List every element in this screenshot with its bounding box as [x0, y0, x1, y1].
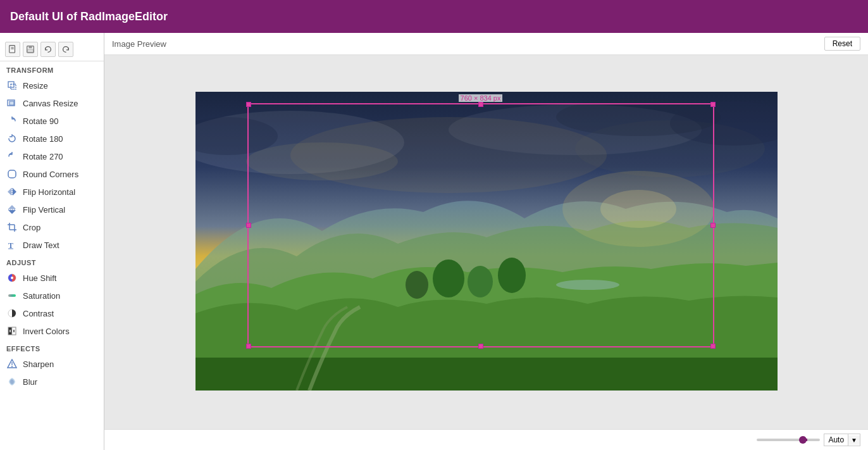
flip-vertical-label: Flip Vertical — [23, 205, 65, 215]
svg-marker-16 — [8, 210, 16, 214]
image-canvas: 760 × 834 px — [104, 55, 868, 429]
rotate-180-icon — [6, 133, 18, 144]
invert-colors-label: Invert Colors — [23, 327, 70, 336]
reset-button[interactable]: Reset — [824, 37, 860, 51]
sidebar-item-rotate-180[interactable]: Rotate 180 — [0, 130, 104, 147]
crop-icon — [6, 222, 18, 233]
new-icon — [8, 45, 17, 54]
rotate-90-icon — [6, 115, 18, 127]
contrast-icon — [6, 308, 18, 319]
svg-rect-5 — [28, 49, 34, 52]
sidebar-item-flip-horizontal[interactable]: Flip Horizontal — [0, 183, 104, 201]
draw-text-icon: T — [6, 239, 18, 251]
toolbar — [0, 38, 104, 61]
flip-horizontal-icon — [6, 186, 18, 197]
resize-icon — [6, 80, 18, 91]
svg-point-35 — [11, 366, 13, 367]
resize-label: Resize — [23, 81, 48, 91]
blur-icon — [6, 376, 18, 387]
sidebar-item-resize[interactable]: Resize — [0, 77, 104, 94]
landscape-image — [195, 92, 778, 391]
svg-point-49 — [406, 271, 428, 299]
svg-point-40 — [246, 142, 398, 180]
svg-point-25 — [11, 277, 13, 279]
effects-section-label: EFFECTS — [0, 340, 104, 355]
svg-marker-15 — [8, 205, 16, 209]
blur-label: Blur — [23, 377, 37, 387]
svg-rect-9 — [9, 101, 14, 105]
zoom-slider[interactable] — [757, 439, 820, 441]
redo-button[interactable] — [58, 42, 73, 57]
save-icon — [26, 45, 35, 54]
sidebar: TRANSFORM Resize Canvas Resize Rotate 90… — [0, 33, 104, 450]
canvas-resize-icon — [6, 97, 18, 109]
sidebar-item-saturation[interactable]: Saturation — [0, 287, 104, 304]
svg-point-44 — [556, 98, 721, 136]
sidebar-item-flip-vertical[interactable]: Flip Vertical — [0, 201, 104, 218]
zoom-select-box: Auto ▼ — [824, 434, 860, 446]
undo-button[interactable] — [40, 42, 56, 57]
hue-shift-icon — [6, 272, 18, 284]
zoom-dropdown-arrow[interactable]: ▼ — [848, 435, 860, 445]
sidebar-item-blur[interactable]: Blur — [0, 373, 104, 391]
undo-icon — [44, 45, 53, 54]
round-corners-icon — [6, 168, 18, 180]
rotate-180-label: Rotate 180 — [23, 134, 63, 144]
app-title: Default UI of RadImageEditor — [10, 10, 168, 23]
adjust-section-label: ADJUST — [0, 254, 104, 269]
sharpen-label: Sharpen — [23, 359, 54, 369]
transform-section-label: TRANSFORM — [0, 61, 104, 77]
contrast-label: Contrast — [23, 309, 54, 318]
svg-rect-11 — [8, 170, 16, 178]
rotate-90-label: Rotate 90 — [23, 116, 58, 126]
new-button[interactable] — [5, 42, 20, 57]
save-button[interactable] — [23, 42, 38, 57]
rotate-270-label: Rotate 270 — [23, 152, 63, 161]
sidebar-item-draw-text[interactable]: T Draw Text — [0, 236, 104, 254]
zoom-slider-thumb — [799, 436, 807, 444]
svg-point-48 — [498, 258, 526, 293]
svg-point-46 — [433, 259, 464, 297]
status-bar: Auto ▼ — [104, 429, 868, 450]
image-wrapper: 760 × 834 px — [195, 92, 778, 392]
sidebar-item-rotate-90[interactable]: Rotate 90 — [0, 112, 104, 130]
draw-text-label: Draw Text — [23, 241, 59, 250]
title-bar: Default UI of RadImageEditor — [0, 0, 868, 33]
svg-marker-12 — [8, 188, 11, 196]
sidebar-item-canvas-resize[interactable]: Canvas Resize — [0, 94, 104, 112]
zoom-value: Auto — [824, 434, 848, 446]
image-preview-header: Image Preview Reset — [104, 33, 868, 55]
content-area: Image Preview Reset — [104, 33, 868, 450]
invert-colors-icon — [6, 325, 18, 337]
saturation-icon — [6, 290, 18, 301]
main-container: TRANSFORM Resize Canvas Resize Rotate 90… — [0, 33, 868, 450]
sidebar-item-sharpen[interactable]: Sharpen — [0, 355, 104, 373]
sidebar-item-round-corners[interactable]: Round Corners — [0, 165, 104, 183]
image-preview-label: Image Preview — [112, 39, 166, 49]
svg-point-52 — [600, 190, 676, 228]
svg-point-50 — [556, 280, 619, 290]
flip-vertical-icon — [6, 204, 18, 215]
crop-label: Crop — [23, 223, 40, 232]
sidebar-item-hue-shift[interactable]: Hue Shift — [0, 269, 104, 287]
sidebar-item-crop[interactable]: Crop — [0, 218, 104, 236]
sharpen-icon — [6, 358, 18, 370]
sidebar-item-invert-colors[interactable]: Invert Colors — [0, 322, 104, 340]
redo-icon — [61, 45, 70, 54]
saturation-label: Saturation — [23, 291, 60, 301]
svg-rect-26 — [8, 294, 16, 297]
sidebar-item-contrast[interactable]: Contrast — [0, 304, 104, 322]
round-corners-label: Round Corners — [23, 170, 78, 179]
flip-horizontal-label: Flip Horizontal — [23, 187, 75, 197]
svg-marker-13 — [13, 188, 16, 196]
svg-rect-4 — [28, 46, 32, 49]
hue-shift-label: Hue Shift — [23, 273, 56, 283]
canvas-resize-label: Canvas Resize — [23, 99, 78, 108]
svg-rect-45 — [195, 358, 778, 391]
sidebar-item-rotate-270[interactable]: Rotate 270 — [0, 147, 104, 165]
rotate-270-icon — [6, 151, 18, 162]
svg-rect-7 — [11, 84, 16, 89]
zoom-slider-container: Auto ▼ — [757, 434, 860, 446]
svg-point-47 — [468, 266, 493, 297]
